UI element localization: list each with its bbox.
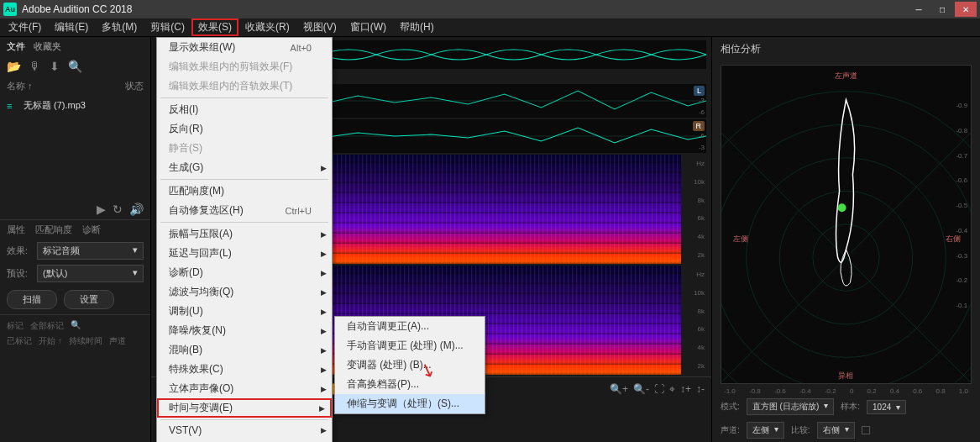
zoom-sel-icon[interactable]: ⌖ — [669, 383, 675, 395]
svg-text:-0.5: -0.5 — [956, 202, 967, 209]
menu-help[interactable]: 帮助(H) — [393, 18, 441, 36]
app-logo: Au — [3, 3, 17, 16]
record-icon[interactable]: 🎙 — [29, 60, 41, 73]
menu-favorites[interactable]: 收藏夹(R) — [238, 18, 296, 36]
menuitem-show-rack[interactable]: 显示效果组(W)Alt+0 — [157, 38, 332, 57]
svg-text:左声道: 左声道 — [835, 71, 857, 80]
link-checkbox[interactable] — [862, 426, 870, 434]
svg-text:-0.8: -0.8 — [956, 127, 967, 134]
preset-select[interactable]: (默认)▾ — [37, 265, 144, 282]
col-start: 开始 ↑ — [39, 335, 62, 347]
play-icon[interactable]: ▶ — [97, 203, 106, 216]
menuitem-silence: 静音(S) — [157, 139, 332, 158]
submenu-pitch-shifter[interactable]: 音高换档器(P)... — [335, 375, 485, 394]
phase-title: 相位分析 — [712, 37, 980, 61]
minimize-button[interactable]: ─ — [908, 2, 930, 17]
compare-select[interactable]: 右侧▾ — [817, 422, 855, 439]
menuitem-amplitude[interactable]: 振幅与压限(A)▶ — [157, 224, 332, 244]
time-pitch-submenu: 自动音调更正(A)... 手动音调更正 (处理) (M)... 变调器 (处理)… — [334, 316, 485, 414]
col-channel: 声道 — [109, 335, 126, 347]
col-duration: 持续时间 — [69, 335, 102, 347]
submenu-auto-pitch[interactable]: 自动音调更正(A)... — [335, 317, 485, 336]
channel-label-r: R — [693, 121, 705, 131]
titlebar: Au Adobe Audition CC 2018 ─ □ ✕ — [0, 0, 980, 18]
tab-markers[interactable]: 标记 — [7, 320, 24, 332]
svg-point-5 — [721, 124, 971, 383]
svg-text:-0.3: -0.3 — [956, 252, 967, 260]
tab-match-loudness[interactable]: 匹配响度 — [35, 224, 72, 236]
maximize-button[interactable]: □ — [931, 2, 953, 17]
menuitem-invert[interactable]: 反相(I) — [157, 100, 332, 119]
effects-dropdown: 显示效果组(W)Alt+0 编辑效果组内的剪辑效果(F) 编辑效果组内的音轨效果… — [156, 37, 333, 442]
menuitem-edit-clip-fx: 编辑效果组内的剪辑效果(F) — [157, 57, 332, 76]
loop-icon[interactable]: ↻ — [113, 203, 123, 216]
search-markers-icon[interactable]: 🔍 — [71, 320, 81, 332]
menuitem-delay[interactable]: 延迟与回声(L)▶ — [157, 244, 332, 263]
zoom-in-icon[interactable]: 🔍+ — [610, 383, 628, 395]
scan-button[interactable]: 扫描 — [7, 290, 57, 309]
phase-display[interactable]: 左声道 左侧 异相 右侧 -0.9-0.8-0.7-0.6-0.5-0.4-0.… — [721, 65, 972, 384]
tab-favorites[interactable]: 收藏夹 — [34, 40, 61, 53]
col-marked: 已标记 — [7, 335, 32, 347]
menuitem-batch[interactable]: 批处理(S)▶ — [157, 439, 332, 442]
mode-select[interactable]: 直方图 (日志缩放)▾ — [747, 398, 834, 415]
submenu-pitch-bender[interactable]: 变调器 (处理) (B)... — [335, 355, 485, 375]
menuitem-time-pitch[interactable]: 时间与变调(E)▶ — [157, 398, 332, 418]
effect-select[interactable]: 标记音频▾ — [37, 242, 144, 260]
menuitem-generate[interactable]: 生成(G)▶ — [157, 158, 332, 177]
menuitem-reverb[interactable]: 混响(B)▶ — [157, 340, 332, 360]
tab-all-markers[interactable]: 全部标记 — [30, 320, 64, 332]
close-button[interactable]: ✕ — [955, 2, 977, 17]
menubar: 文件(F) 编辑(E) 多轨(M) 剪辑(C) 效果(S) 收藏夹(R) 视图(… — [0, 18, 980, 37]
files-panel: 文件 收藏夹 📂 🎙 ⬇ 🔍 名称 ↑ 状态 ≡ 无标题 (7).mp3 ▶ ↻… — [0, 37, 151, 442]
preset-label: 预设: — [7, 267, 32, 280]
tab-properties[interactable]: 属性 — [7, 224, 25, 236]
channel-select[interactable]: 左侧▾ — [747, 422, 784, 439]
tab-files[interactable]: 文件 — [7, 40, 25, 53]
svg-text:-0.4: -0.4 — [956, 227, 967, 234]
menu-effects[interactable]: 效果(S) — [191, 18, 238, 36]
submenu-manual-pitch[interactable]: 手动音调更正 (处理) (M)... — [335, 336, 485, 355]
svg-text:-0.2: -0.2 — [956, 276, 967, 284]
import-icon[interactable]: ⬇ — [50, 60, 60, 73]
menu-multitrack[interactable]: 多轨(M) — [95, 18, 144, 36]
menu-file[interactable]: 文件(F) — [2, 18, 48, 36]
menuitem-reverse[interactable]: 反向(R) — [157, 119, 332, 139]
menuitem-special[interactable]: 特殊效果(C)▶ — [157, 360, 332, 379]
app-title: Adobe Audition CC 2018 — [22, 3, 908, 15]
zoom-out-v-icon[interactable]: ↕- — [696, 383, 705, 395]
menuitem-vst[interactable]: VST(V)▶ — [157, 422, 332, 439]
menuitem-stereo[interactable]: 立体声声像(O)▶ — [157, 379, 332, 398]
zoom-full-icon[interactable]: ⛶ — [654, 383, 664, 395]
svg-text:-0.6: -0.6 — [956, 177, 967, 185]
menuitem-match-loudness[interactable]: 匹配响度(M) — [157, 182, 332, 201]
menuitem-filter[interactable]: 滤波与均衡(Q)▶ — [157, 282, 332, 302]
tab-diagnostics[interactable]: 诊断 — [82, 224, 101, 236]
samples-select[interactable]: 1024▾ — [867, 400, 906, 414]
search-icon[interactable]: 🔍 — [68, 60, 82, 73]
menuitem-auto-heal[interactable]: 自动修复选区(H)Ctrl+U — [157, 201, 332, 220]
col-name[interactable]: 名称 ↑ — [7, 80, 125, 92]
volume-icon[interactable]: 🔊 — [129, 203, 144, 216]
col-status[interactable]: 状态 — [125, 80, 144, 92]
submenu-stretch-pitch[interactable]: 伸缩与变调（处理）(S)... — [335, 394, 485, 413]
menu-clip[interactable]: 剪辑(C) — [144, 18, 191, 36]
menuitem-modulation[interactable]: 调制(U)▶ — [157, 302, 332, 321]
menu-window[interactable]: 窗口(W) — [343, 18, 393, 36]
waveform-icon: ≡ — [7, 101, 18, 111]
menuitem-edit-track-fx: 编辑效果组内的音轨效果(T) — [157, 76, 332, 96]
menuitem-diagnostics[interactable]: 诊断(D)▶ — [157, 263, 332, 282]
file-item[interactable]: ≡ 无标题 (7).mp3 — [0, 96, 150, 115]
phase-panel: 相位分析 左声道 左侧 异相 右侧 — [711, 37, 980, 442]
zoom-in-v-icon[interactable]: ↕+ — [680, 383, 691, 395]
zoom-out-icon[interactable]: 🔍- — [633, 383, 649, 395]
open-file-icon[interactable]: 📂 — [7, 60, 21, 73]
effect-label: 效果: — [7, 245, 32, 257]
settings-button[interactable]: 设置 — [64, 290, 114, 309]
menu-view[interactable]: 视图(V) — [296, 18, 343, 36]
svg-text:左侧: 左侧 — [733, 234, 748, 243]
mode-label: 模式: — [721, 401, 740, 413]
svg-text:-0.9: -0.9 — [956, 102, 967, 109]
menuitem-noise[interactable]: 降噪/恢复(N)▶ — [157, 321, 332, 340]
menu-edit[interactable]: 编辑(E) — [48, 18, 95, 36]
